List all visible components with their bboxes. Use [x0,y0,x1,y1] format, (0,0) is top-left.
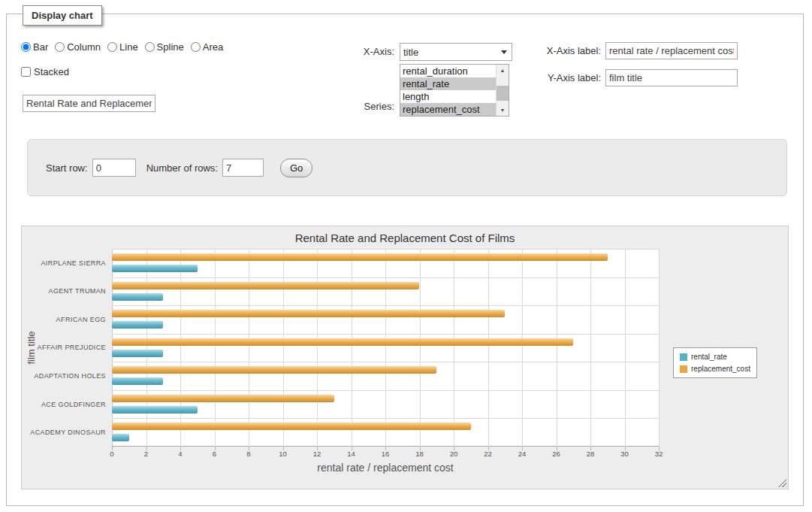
legend-item-rental_rate[interactable]: rental_rate [680,353,750,361]
legend-label: replacement_cost [691,365,750,373]
gridline-horizontal [112,334,659,335]
gridline-vertical [146,249,147,447]
chart-type-radio-column[interactable] [55,42,65,52]
x-tick-label: 10 [279,450,287,458]
gridline-horizontal [112,249,659,250]
gridline-vertical [557,249,557,447]
legend-swatch [680,353,687,361]
x-tick-label: 0 [110,450,113,458]
gridline-horizontal [112,418,659,419]
chart-type-option-column[interactable]: Column [55,41,101,53]
gridline-vertical [488,249,489,447]
x-axis-label-input[interactable] [605,42,738,59]
chart-type-label: Line [119,41,138,53]
series-option-rental_duration[interactable]: rental_duration [400,65,496,77]
x-tick-label: 30 [620,450,629,458]
chart-type-option-line[interactable]: Line [107,41,138,53]
legend-item-replacement_cost[interactable]: replacement_cost [680,365,750,373]
chart-type-option-spline[interactable]: Spline [145,41,184,53]
resize-handle-icon[interactable] [778,479,786,487]
series-option-length[interactable]: length [400,90,496,103]
gridline-vertical [283,249,284,447]
series-option-rental_rate[interactable]: rental_rate [400,77,496,90]
stacked-label: Stacked [34,66,69,77]
category-label: AIRPLANE SIERRA [22,249,106,277]
y-axis-label-input[interactable] [605,69,738,86]
chart-type-radio-group: BarColumnLineSplineArea [21,41,223,53]
x-axis-ticks: 02468101214161820222426283032 [112,450,659,459]
x-tick-label: 14 [347,450,355,458]
category-label: AGENT TRUMAN [22,277,106,306]
number-of-rows-input[interactable] [222,159,264,177]
gridline-vertical [522,249,523,447]
x-axis-title: rental rate / replacement cost [112,462,659,474]
y-axis-line [112,249,113,447]
category-label: AFRICAN EGG [22,305,106,334]
gridline-vertical [625,249,626,447]
y-axis-label-field-label: Y-Axis label: [526,72,601,83]
bar-replacement_cost [112,366,436,374]
number-of-rows-label: Number of rows: [146,162,218,174]
gridline-vertical [180,249,181,447]
bar-replacement_cost [112,310,505,317]
x-axis-label-field-label: X-Axis label: [526,45,601,56]
chart-legend: rental_ratereplacement_cost [673,347,757,378]
scroll-down-icon[interactable]: ▼ [497,105,509,116]
chart-title: Rental Rate and Replacement Cost of Film… [22,232,788,244]
bar-rental_rate [112,321,163,329]
chart-type-option-area[interactable]: Area [191,41,223,53]
x-tick-label: 12 [313,450,321,458]
gridline-vertical [385,249,386,447]
gridline-horizontal [112,362,659,362]
chevron-down-icon [501,50,507,54]
chart-type-label: Spline [157,41,184,53]
chart-type-radio-area[interactable] [191,42,201,52]
series-option-replacement_cost[interactable]: replacement_cost [400,103,496,116]
chart-type-option-bar[interactable]: Bar [21,41,48,53]
chart-type-radio-bar[interactable] [21,42,31,52]
bar-rental_rate [112,265,198,272]
category-label: ADAPTATION HOLES [22,362,106,390]
chart-type-radio-line[interactable] [107,42,117,52]
display-chart-page: Display chart BarColumnLineSplineArea St… [0,0,812,512]
category-label: AFFAIR PREJUDICE [22,334,106,362]
go-button[interactable]: Go [280,159,312,177]
x-tick-label: 26 [552,450,560,458]
gridline-vertical [420,249,421,447]
gridline-vertical [590,249,591,447]
x-tick-label: 20 [450,450,458,458]
legend-swatch [680,365,687,373]
scroll-up-icon[interactable]: ▲ [497,65,509,76]
x-axis-selected-value: title [403,47,418,58]
x-axis-select[interactable]: title [400,43,512,61]
plot-area [112,249,659,447]
x-tick-label: 8 [246,450,250,458]
bar-rental_rate [112,434,129,441]
bar-rental_rate [112,377,163,385]
stacked-checkbox[interactable] [21,67,31,77]
x-tick-label: 4 [178,450,182,458]
series-listbox[interactable]: rental_durationrental_ratelengthreplacem… [400,64,509,117]
series-select-label: Series: [331,101,394,112]
bar-replacement_cost [112,423,471,430]
scrollbar-thumb[interactable] [497,86,509,101]
x-tick-label: 16 [382,450,390,458]
chart-title-input[interactable] [23,95,155,112]
category-label: ACE GOLDFINGER [22,390,106,419]
display-chart-legend: Display chart [23,5,102,26]
start-row-input[interactable] [92,159,136,177]
gridline-vertical [659,249,660,447]
gridline-vertical [249,249,249,447]
bar-replacement_cost [112,395,334,402]
x-tick-label: 24 [518,450,527,458]
stacked-option[interactable]: Stacked [21,66,69,77]
chart-container: Rental Rate and Replacement Cost of Film… [21,226,789,489]
gridline-vertical [352,249,352,447]
bar-replacement_cost [112,282,419,289]
series-scrollbar[interactable]: ▲ ▼ [496,65,509,116]
bar-rental_rate [112,293,163,301]
x-axis-select-label: X-Axis: [331,46,394,57]
gridline-horizontal [112,277,659,278]
start-row-label: Start row: [46,162,88,174]
chart-type-radio-spline[interactable] [145,42,155,52]
